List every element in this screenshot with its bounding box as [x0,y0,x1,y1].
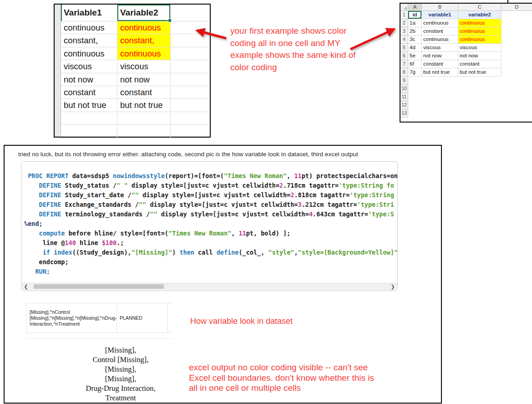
cell-empty [502,60,532,68]
code-token: $100 [102,239,117,246]
code-token: endcomp; [24,258,69,266]
cell-variable1 [61,112,117,124]
dataset-row: [Missing],^nControl [Missing],^n[Missing… [26,303,172,333]
row-number: 2 [400,19,408,27]
code-token: Study_status / [61,182,117,189]
row-number: 4 [400,36,408,44]
code-token [24,249,43,256]
cell-empty [502,27,532,36]
sheet-row: 32bconstantcontinuous [400,27,532,36]
row-number: 3 [400,27,408,36]
code-token: %end; [24,220,43,227]
code-token: .; [117,239,124,246]
cell-variable1: constant [61,86,117,98]
code-token: .818cm tagattr= [294,191,350,199]
code-token: pt, bold) ]; [246,230,291,237]
code-token: "style" [269,249,294,256]
cell-empty [502,36,532,44]
code-token: before hline/ style=[font=( [65,230,168,237]
cell-variable2: constant, [117,34,171,46]
code-token: 'type:String [350,191,394,199]
code-token: display style=[just=c vjust=t cellwidth= [128,182,279,189]
cell-variable2: not now [117,73,171,86]
code-line: PROC REPORT data=sdsp5 nowindowsstyle(re… [24,171,397,181]
cell-variable1: constant [422,60,458,68]
sheet-row: constant,constant, [61,34,210,47]
horizontal-scrollbar: ❮ ❯ [22,283,397,290]
cell-empty [502,68,532,77]
left-sheet-header-row: Variable1 Variable2 [61,5,210,21]
code-token: RUN; [35,268,50,275]
sheet-row: 54dviscousviscous [400,44,532,52]
cell-variable1: continuous [61,47,117,60]
cell-variable1: continuous [422,36,458,44]
sheet-row: 65enot nownot now [400,52,532,60]
scrollbar-thumb[interactable] [34,284,164,289]
code-line: %end; [24,219,397,229]
right-sheet-column-headers: A B C D [400,4,532,11]
code-line: compute before hline/ style=[font=("Time… [24,229,397,238]
selection-fill-handle [419,16,422,19]
row-number: 7 [400,60,408,68]
code-token: (report)=[font=( [165,172,224,179]
code-token: , [287,172,294,179]
sheet-row: 43ccontinuouscontinuous [400,36,532,44]
code-token [24,201,39,208]
cell-id-header-label: id [412,12,417,17]
cell-variable2: continuous [117,21,171,34]
code-token: .212cm tagattr= [302,201,357,208]
code-token: "" [139,201,146,208]
left-excel-screenshot: Variable1 Variable2 continuouscontinuous… [54,4,211,138]
code-token: ((Study_design), [72,249,132,256]
cell-variable2: constant [117,86,171,98]
code-token [24,230,39,237]
code-token: 'type:Stri [357,201,394,208]
code-token [50,249,54,256]
left-sheet-grid: Variable1 Variable2 continuouscontinuous… [61,5,210,137]
code-line: RUN; [24,267,397,276]
code-token: DEFINE [39,201,61,208]
row-number: 12 [400,101,408,109]
cell-variable2: but not true [117,99,171,111]
excel-output-annotation: excel output no color coding visible -- … [189,363,374,394]
code-content: PROC REPORT data=sdsp5 nowindowsstyle(re… [21,162,397,276]
cell-variable2: continuous [458,19,502,27]
scroll-right-arrow-icon[interactable]: ❯ [390,283,396,290]
sheet-row: 10 [400,85,532,93]
sheet-row [61,125,210,138]
code-token [24,182,39,189]
row-header-strip [55,5,61,137]
column-header-variable2: Variable2 [117,5,171,21]
cell-variable1: continuous [61,21,117,34]
cell-empty [502,19,532,27]
sheet-row: 76fconstantconstant [400,60,532,68]
code-token: " " [117,182,127,189]
scroll-left-arrow-icon[interactable]: ❮ [23,283,29,290]
column-header-B: B [422,4,458,11]
code-line: DEFINE Exchange_standards /"" display st… [24,200,397,210]
code-token: Exchange_standards / [61,201,139,208]
cell-variable2: continuous [458,27,502,36]
cell-variable1: constant [422,27,458,36]
column-header-C: C [458,4,502,11]
code-token: .718cm tagattr= [283,182,339,189]
code-line: line @140 hline $100.; [24,238,397,248]
cell-variable1: but not true [422,68,458,77]
dataset-cell-status: PLANNED [117,303,168,332]
code-token: "Times New Roman" [168,230,231,237]
cell-variable1: not now [61,73,117,86]
code-line: endcomp; [24,257,397,267]
code-token: if [43,249,50,256]
sheet-row: constantconstant [61,86,210,99]
code-token: , [231,230,238,237]
code-token: .643cm tagattr= [313,210,368,218]
code-token: Study_start_date / [61,191,131,199]
arrow-to-right-table [350,29,394,49]
cell-empty [502,11,532,19]
code-token: DEFINE [39,182,61,189]
code-token: "" [150,210,157,218]
code-token: then [179,249,194,256]
sheet-row: viscousviscous [61,60,210,73]
code-token: "style=[Background=Yellow]" [298,249,398,256]
cell-variable1: continuous [422,19,458,27]
